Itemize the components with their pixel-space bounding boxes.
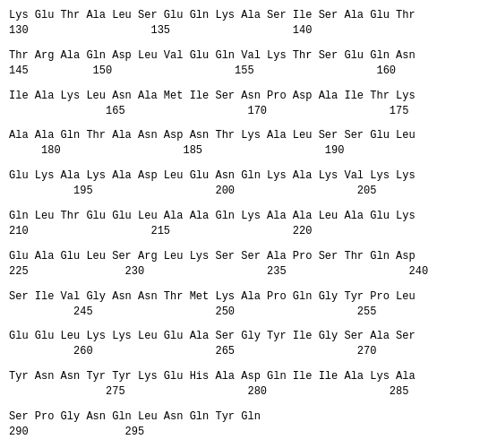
amino-acid-sequence: Glu Ala Glu Leu Ser Arg Leu Lys Ser Ser … <box>9 248 471 264</box>
amino-acid-sequence: Tyr Asn Asn Tyr Tyr Lys Glu His Ala Asp … <box>9 368 471 384</box>
residue-numbers: 225 230 235 240 <box>9 264 471 280</box>
residue-numbers: 195 200 205 <box>9 184 471 199</box>
sequence-block: Glu Ala Glu Leu Ser Arg Leu Lys Ser Ser … <box>9 248 471 280</box>
sequence-block: Lys Glu Thr Ala Leu Ser Glu Gln Lys Ala … <box>9 7 471 39</box>
amino-acid-sequence: Glu Lys Ala Lys Ala Asp Leu Glu Asn Gln … <box>9 168 471 184</box>
amino-acid-sequence: Glu Glu Leu Lys Lys Leu Glu Ala Ser Gly … <box>9 328 471 344</box>
sequence-block: Tyr Asn Asn Tyr Tyr Lys Glu His Ala Asp … <box>9 368 471 400</box>
sequence-display: Lys Glu Thr Ala Leu Ser Glu Gln Lys Ala … <box>9 7 471 440</box>
amino-acid-sequence: Gln Leu Thr Glu Glu Leu Ala Ala Gln Lys … <box>9 208 471 224</box>
residue-numbers: 260 265 270 <box>9 344 471 359</box>
amino-acid-sequence: Lys Glu Thr Ala Leu Ser Glu Gln Lys Ala … <box>9 7 471 23</box>
sequence-block: Ala Ala Gln Thr Ala Asn Asp Asn Thr Lys … <box>9 127 471 159</box>
amino-acid-sequence: Ser Ile Val Gly Asn Asn Thr Met Lys Ala … <box>9 289 471 305</box>
amino-acid-sequence: Ala Ala Gln Thr Ala Asn Asp Asn Thr Lys … <box>9 127 471 143</box>
sequence-block: Glu Lys Ala Lys Ala Asp Leu Glu Asn Gln … <box>9 168 471 199</box>
residue-numbers: 245 250 255 <box>9 305 471 320</box>
residue-numbers: 290 295 <box>9 425 471 440</box>
sequence-block: Glu Glu Leu Lys Lys Leu Glu Ala Ser Gly … <box>9 328 471 359</box>
sequence-block: Thr Arg Ala Gln Asp Leu Val Glu Gln Val … <box>9 47 471 79</box>
sequence-block: Ile Ala Lys Leu Asn Ala Met Ile Ser Asn … <box>9 88 471 119</box>
amino-acid-sequence: Thr Arg Ala Gln Asp Leu Val Glu Gln Val … <box>9 47 471 64</box>
sequence-block: Ser Ile Val Gly Asn Asn Thr Met Lys Ala … <box>9 289 471 320</box>
sequence-block: Gln Leu Thr Glu Glu Leu Ala Ala Gln Lys … <box>9 208 471 239</box>
sequence-block: Ser Pro Gly Asn Gln Leu Asn Gln Tyr Gln2… <box>9 409 471 440</box>
residue-numbers: 130 135 140 <box>9 23 471 39</box>
residue-numbers: 180 185 190 <box>9 143 471 159</box>
residue-numbers: 275 280 285 <box>9 384 471 400</box>
amino-acid-sequence: Ser Pro Gly Asn Gln Leu Asn Gln Tyr Gln <box>9 409 471 425</box>
residue-numbers: 165 170 175 <box>9 104 471 119</box>
residue-numbers: 210 215 220 <box>9 224 471 239</box>
amino-acid-sequence: Ile Ala Lys Leu Asn Ala Met Ile Ser Asn … <box>9 88 471 104</box>
residue-numbers: 145 150 155 160 <box>9 64 471 79</box>
